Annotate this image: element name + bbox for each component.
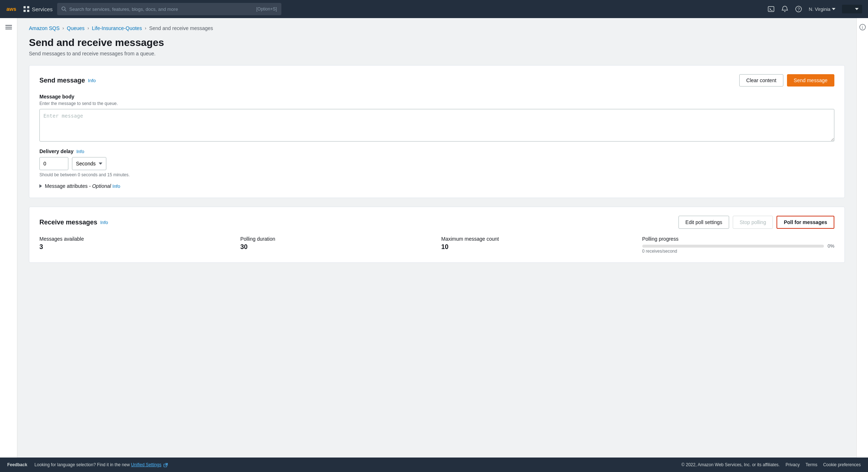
receive-messages-title-group: Receive messages Info	[39, 219, 108, 226]
message-body-group: Message body Enter the message to send t…	[39, 94, 834, 143]
receive-messages-card: Receive messages Info Edit poll settings…	[29, 207, 845, 263]
msg-attributes-info-link[interactable]: Info	[112, 184, 120, 189]
message-body-hint: Enter the message to send to the queue.	[39, 101, 834, 106]
delivery-delay-row: Seconds	[39, 157, 834, 170]
svg-rect-2	[27, 6, 29, 8]
breadcrumb-current: Send and receive messages	[149, 25, 213, 31]
help-icon-button[interactable]: ?	[795, 5, 802, 13]
breadcrumb-sep-3: ›	[145, 26, 146, 31]
svg-text:?: ?	[797, 7, 800, 12]
message-attributes-toggle[interactable]: Message attributes - Optional Info	[39, 183, 834, 189]
send-message-header: Send message Info Clear content Send mes…	[39, 74, 834, 87]
receive-messages-actions: Edit poll settings Stop polling Poll for…	[678, 216, 834, 229]
feedback-link[interactable]: Feedback	[7, 462, 27, 467]
delivery-delay-label: Delivery delay	[39, 148, 73, 154]
receive-stats-grid: Messages available 3 Polling duration 30…	[39, 236, 834, 254]
region-label: N. Virginia	[809, 7, 830, 12]
send-message-button[interactable]: Send message	[787, 74, 834, 87]
send-message-actions: Clear content Send message	[739, 74, 834, 87]
hamburger-icon	[5, 25, 12, 30]
polling-progress-stat: Polling progress 0% 0 receives/second	[642, 236, 835, 254]
breadcrumb-amazon-sqs[interactable]: Amazon SQS	[29, 25, 60, 31]
footer-terms-link[interactable]: Terms	[805, 462, 817, 467]
edit-poll-settings-button[interactable]: Edit poll settings	[678, 216, 729, 229]
footer: Feedback Looking for language selection?…	[0, 458, 868, 472]
polling-progress-pct: 0%	[827, 243, 834, 249]
receive-messages-info-link[interactable]: Info	[100, 220, 108, 225]
svg-line-6	[65, 10, 66, 11]
receive-messages-header: Receive messages Info Edit poll settings…	[39, 216, 834, 229]
search-shortcut: [Option+S]	[256, 7, 277, 12]
top-navigation: aws Services [Option+S] ? N. Virginia	[0, 0, 868, 18]
messages-available-label: Messages available	[39, 236, 232, 242]
right-panel: i	[856, 18, 868, 472]
svg-rect-1	[24, 6, 26, 8]
delivery-delay-info-link[interactable]: Info	[76, 149, 84, 154]
unified-settings-link[interactable]: Unified Settings	[131, 462, 161, 467]
messages-available-stat: Messages available 3	[39, 236, 232, 254]
region-selector[interactable]: N. Virginia	[809, 7, 835, 12]
bell-icon-button[interactable]	[781, 5, 788, 13]
svg-line-17	[165, 463, 167, 465]
search-bar[interactable]: [Option+S]	[57, 3, 281, 15]
stop-polling-button[interactable]: Stop polling	[733, 216, 773, 229]
msg-attributes-label: Message attributes - Optional Info	[45, 183, 120, 189]
grid-menu-button[interactable]: Services	[23, 6, 53, 12]
breadcrumb-queue-name[interactable]: Life-Insurance-Quotes	[92, 25, 142, 31]
svg-text:aws: aws	[7, 6, 16, 12]
send-message-card: Send message Info Clear content Send mes…	[29, 65, 845, 198]
footer-privacy-link[interactable]: Privacy	[786, 462, 800, 467]
services-label: Services	[32, 6, 53, 12]
messages-available-value: 3	[39, 243, 232, 251]
page-layout: Amazon SQS › Queues › Life-Insurance-Quo…	[0, 18, 868, 472]
breadcrumb-sep-1: ›	[63, 26, 64, 31]
footer-cookies-link[interactable]: Cookie preferences	[823, 462, 861, 467]
chevron-down-icon	[832, 8, 835, 10]
page-title: Send and receive messages	[29, 37, 845, 49]
info-circle-icon: i	[859, 24, 866, 30]
breadcrumb: Amazon SQS › Queues › Life-Insurance-Quo…	[29, 25, 845, 31]
progress-bar-track	[642, 245, 824, 248]
message-body-input[interactable]	[39, 109, 834, 142]
external-link-icon	[163, 463, 168, 467]
page-subtitle: Send messages to and receive messages fr…	[29, 51, 845, 56]
search-input[interactable]	[69, 7, 254, 12]
max-message-count-value: 10	[441, 243, 634, 251]
max-message-count-stat: Maximum message count 10	[441, 236, 634, 254]
delivery-delay-group: Delivery delay Info Seconds Should be be…	[39, 148, 834, 177]
polling-duration-label: Polling duration	[241, 236, 433, 242]
delivery-delay-unit-select[interactable]: Seconds	[72, 157, 106, 170]
search-icon	[61, 7, 67, 12]
message-body-label: Message body	[39, 94, 834, 100]
receive-messages-title: Receive messages	[39, 219, 97, 226]
terminal-icon-button[interactable]	[767, 5, 775, 13]
polling-progress-label: Polling progress	[642, 236, 835, 242]
sidebar-toggle-button[interactable]	[0, 18, 17, 472]
aws-logo-icon: aws	[6, 3, 19, 16]
send-message-title: Send message	[39, 77, 85, 84]
send-message-title-group: Send message Info	[39, 77, 96, 84]
svg-text:i: i	[862, 25, 863, 30]
nav-icons: ? N. Virginia	[767, 5, 862, 13]
polling-duration-value: 30	[241, 243, 433, 251]
aws-logo[interactable]: aws	[6, 3, 19, 16]
main-content: Amazon SQS › Queues › Life-Insurance-Quo…	[17, 18, 856, 472]
footer-copyright: © 2022, Amazon Web Services, Inc. or its…	[681, 462, 780, 467]
polling-progress-sublabel: 0 receives/second	[642, 249, 835, 254]
poll-for-messages-button[interactable]: Poll for messages	[776, 216, 834, 229]
max-message-count-label: Maximum message count	[441, 236, 634, 242]
breadcrumb-sep-2: ›	[88, 26, 89, 31]
svg-rect-3	[24, 10, 26, 12]
polling-duration-stat: Polling duration 30	[241, 236, 433, 254]
polling-progress-container: 0%	[642, 243, 835, 249]
svg-rect-4	[27, 10, 29, 12]
footer-message: Looking for language selection? Find it …	[34, 462, 681, 467]
footer-right: © 2022, Amazon Web Services, Inc. or its…	[681, 462, 861, 467]
account-menu[interactable]	[842, 5, 862, 13]
delivery-delay-input[interactable]	[39, 157, 68, 170]
clear-content-button[interactable]: Clear content	[739, 74, 783, 87]
send-message-info-link[interactable]: Info	[88, 78, 96, 83]
breadcrumb-queues[interactable]: Queues	[67, 25, 85, 31]
svg-point-5	[62, 7, 65, 10]
account-chevron-icon	[855, 8, 859, 10]
